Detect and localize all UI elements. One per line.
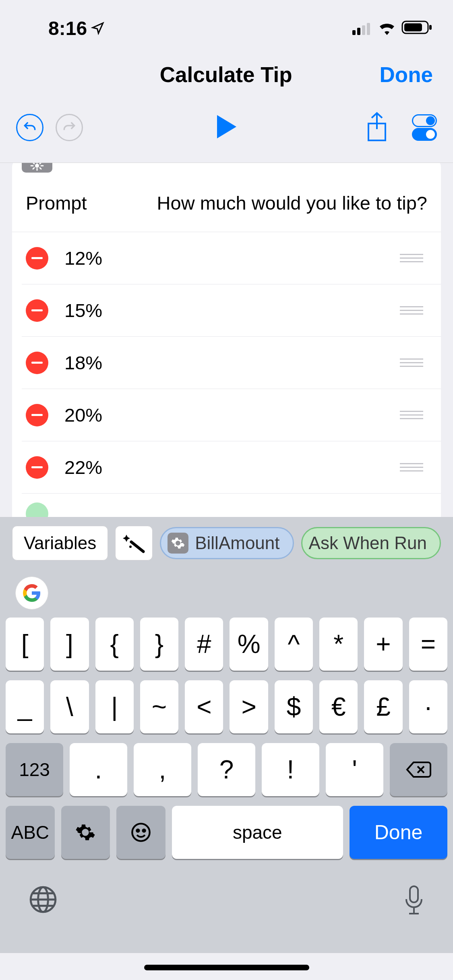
delete-button[interactable]: [26, 456, 48, 479]
mic-icon[interactable]: [403, 885, 425, 918]
magic-wand-button[interactable]: [115, 526, 153, 560]
list-item-label[interactable]: 12%: [64, 247, 400, 269]
status-left: 8:16: [48, 17, 105, 39]
key[interactable]: £: [364, 680, 402, 733]
svg-point-12: [132, 824, 149, 841]
key[interactable]: }: [140, 618, 178, 671]
key[interactable]: %: [230, 618, 268, 671]
variable-bar: Variables BillAmount Ask When Run: [0, 517, 453, 569]
add-item-row[interactable]: [22, 494, 441, 517]
keyboard-row: 123 . , ? ! ': [6, 743, 447, 796]
key[interactable]: .: [70, 743, 127, 796]
svg-point-11: [129, 546, 132, 548]
key[interactable]: ~: [140, 680, 178, 733]
key[interactable]: $: [275, 680, 313, 733]
delete-button[interactable]: [26, 352, 48, 374]
key[interactable]: ': [326, 743, 383, 796]
list-item[interactable]: 15%: [22, 284, 441, 337]
google-icon[interactable]: [15, 576, 48, 609]
toolbar: [0, 101, 453, 163]
play-button[interactable]: [215, 113, 239, 142]
list-item[interactable]: 22%: [22, 441, 441, 494]
add-button[interactable]: [26, 502, 48, 517]
key[interactable]: ,: [134, 743, 191, 796]
svg-marker-7: [217, 115, 236, 138]
nav-header: Calculate Tip Done: [0, 48, 453, 101]
bill-amount-token[interactable]: BillAmount: [160, 527, 294, 559]
list-item[interactable]: 12%: [22, 232, 441, 284]
status-bar: 8:16: [0, 0, 453, 48]
list-item[interactable]: 18%: [22, 337, 441, 389]
prompt-label: Prompt: [26, 192, 87, 214]
settings-toggle-button[interactable]: [412, 114, 437, 141]
delete-button[interactable]: [26, 404, 48, 426]
keyboard-suggestion-row: [6, 569, 447, 618]
share-button[interactable]: [366, 111, 388, 144]
key[interactable]: €: [319, 680, 358, 733]
keyboard-done-key[interactable]: Done: [350, 806, 447, 859]
drag-handle-icon[interactable]: [400, 306, 427, 315]
prompt-value[interactable]: How much would you like to tip?: [157, 192, 427, 214]
bottom-bar: [0, 877, 453, 953]
page-title: Calculate Tip: [72, 62, 380, 87]
key[interactable]: ^: [275, 618, 313, 671]
key[interactable]: {: [95, 618, 134, 671]
status-right: [352, 17, 433, 39]
globe-icon[interactable]: [28, 885, 58, 916]
key[interactable]: #: [185, 618, 223, 671]
key[interactable]: >: [230, 680, 268, 733]
svg-rect-3: [367, 23, 370, 35]
list-item-label[interactable]: 18%: [64, 352, 400, 374]
undo-button[interactable]: [16, 114, 43, 141]
battery-icon: [401, 17, 433, 39]
prompt-row[interactable]: Prompt How much would you like to tip?: [12, 174, 441, 232]
status-time: 8:16: [48, 17, 87, 39]
done-button[interactable]: Done: [380, 62, 437, 87]
key[interactable]: *: [319, 618, 358, 671]
key[interactable]: !: [262, 743, 319, 796]
keyboard-row: ABC space Done: [6, 806, 447, 859]
key[interactable]: ?: [198, 743, 255, 796]
svg-point-14: [143, 830, 145, 832]
keyboard-row: [ ] { } # % ^ * + =: [6, 618, 447, 671]
list-item-label[interactable]: 15%: [64, 299, 400, 321]
token-label: Ask When Run: [309, 533, 427, 553]
list-item-label[interactable]: 20%: [64, 404, 400, 426]
key[interactable]: <: [185, 680, 223, 733]
key[interactable]: ]: [50, 618, 89, 671]
key[interactable]: _: [6, 680, 44, 733]
delete-button[interactable]: [26, 247, 48, 270]
backspace-key[interactable]: [390, 743, 447, 796]
drag-handle-icon[interactable]: [400, 254, 427, 262]
space-key[interactable]: space: [172, 806, 343, 859]
variables-button[interactable]: Variables: [12, 526, 108, 560]
action-card: Prompt How much would you like to tip? 1…: [12, 163, 441, 517]
home-indicator[interactable]: [144, 965, 309, 970]
key[interactable]: \: [50, 680, 89, 733]
key[interactable]: [: [6, 618, 44, 671]
numbers-key[interactable]: 123: [6, 743, 63, 796]
key[interactable]: ·: [409, 680, 447, 733]
svg-rect-2: [362, 25, 365, 35]
ask-when-run-token[interactable]: Ask When Run: [301, 527, 441, 559]
svg-rect-1: [357, 28, 360, 35]
gear-icon: [168, 533, 188, 554]
drag-handle-icon[interactable]: [400, 358, 427, 367]
cellular-icon: [352, 17, 372, 39]
keyboard: [ ] { } # % ^ * + = _ \ | ~ < > $ € £ · …: [0, 569, 453, 877]
emoji-key[interactable]: [116, 806, 165, 859]
delete-button[interactable]: [26, 299, 48, 322]
key[interactable]: =: [409, 618, 447, 671]
key[interactable]: +: [364, 618, 402, 671]
key[interactable]: |: [95, 680, 134, 733]
list-item-label[interactable]: 22%: [64, 456, 400, 478]
keyboard-row: _ \ | ~ < > $ € £ ·: [6, 680, 447, 733]
drag-handle-icon[interactable]: [400, 463, 427, 471]
abc-key[interactable]: ABC: [6, 806, 55, 859]
action-type-chip: [22, 163, 52, 173]
drag-handle-icon[interactable]: [400, 411, 427, 419]
svg-rect-17: [410, 886, 418, 902]
list-item[interactable]: 20%: [22, 389, 441, 441]
svg-point-9: [35, 164, 39, 168]
settings-key[interactable]: [61, 806, 110, 859]
